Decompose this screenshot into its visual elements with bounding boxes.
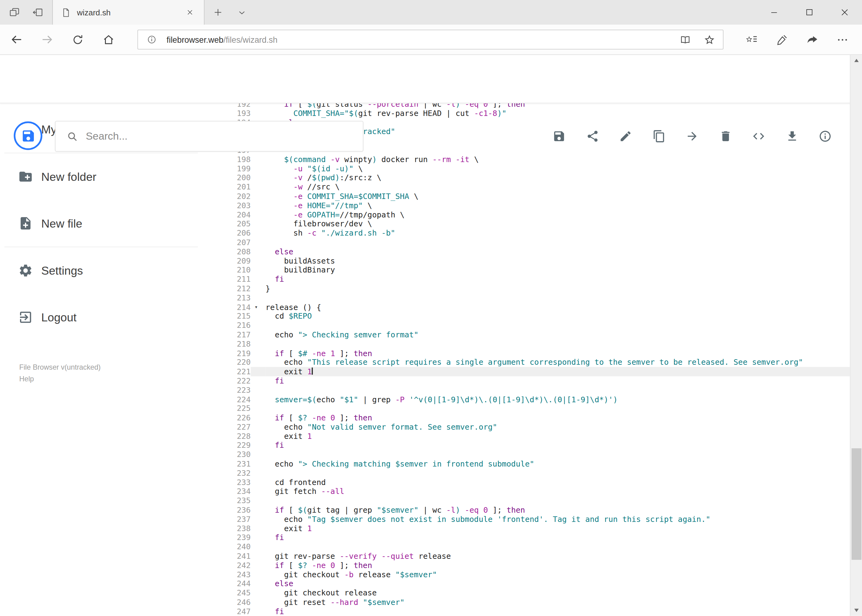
forward-button[interactable] [35, 25, 60, 54]
code-line[interactable]: 208 else [220, 247, 850, 256]
code-line[interactable]: 192 if [ $(git status --porcelain | wc -… [220, 103, 850, 109]
code-line[interactable]: 204 -e GOPATH=//tmp/gopath \ [220, 210, 850, 219]
code-editor[interactable]: 192 if [ $(git status --porcelain | wc -… [220, 103, 850, 616]
code-line[interactable]: 219 if [ $# -ne 1 ]; then [220, 349, 850, 358]
code-line[interactable]: 243 git checkout -b release "$semver" [220, 570, 850, 580]
code-line[interactable]: 244 else [220, 580, 850, 589]
code-line[interactable]: 241 git rev-parse --verify --quiet relea… [220, 552, 850, 561]
more-options-icon[interactable] [827, 25, 857, 55]
scroll-up-icon[interactable] [850, 55, 862, 66]
code-line[interactable]: 212} [220, 284, 850, 293]
save-button[interactable] [552, 130, 566, 143]
code-line[interactable]: 211 fi [220, 275, 850, 284]
home-button[interactable] [96, 25, 121, 54]
favorites-hub-icon[interactable] [737, 25, 767, 55]
code-line[interactable]: 229 fi [220, 441, 850, 450]
site-info-icon[interactable] [143, 31, 160, 48]
code-line[interactable]: 223 [220, 385, 850, 394]
refresh-button[interactable] [65, 25, 90, 54]
code-line[interactable]: 234 git fetch --all [220, 487, 850, 497]
fold-gutter [251, 164, 266, 173]
line-number: 193 [220, 108, 251, 118]
code-line[interactable]: 246 git reset --hard "$semver" [220, 598, 850, 607]
code-line[interactable]: 198 $(command -v winpty) docker run --rm… [220, 155, 850, 164]
code-line[interactable]: 218 [220, 339, 850, 349]
reading-view-icon[interactable] [677, 31, 693, 48]
code-line[interactable]: 239 fi [220, 533, 850, 542]
code-line[interactable]: 202 -e COMMIT_SHA=$COMMIT_SHA \ [220, 192, 850, 201]
edit-button[interactable] [619, 130, 632, 143]
code-line[interactable]: 213 [220, 293, 850, 302]
line-number: 242 [220, 561, 251, 570]
code-line[interactable]: 245 git checkout release [220, 589, 850, 598]
code-line[interactable]: 207 [220, 238, 850, 247]
info-button[interactable] [819, 130, 832, 143]
favorite-star-icon[interactable] [701, 31, 718, 48]
web-note-pen-icon[interactable] [767, 25, 797, 55]
code-line[interactable]: 225 [220, 404, 850, 413]
scroll-down-icon[interactable] [850, 605, 862, 616]
sidebar-item-new-file[interactable]: New file [0, 200, 220, 247]
sidebar-item-new-folder[interactable]: New folder [0, 153, 220, 200]
vertical-scrollbar[interactable] [850, 55, 862, 616]
code-line[interactable]: 240 [220, 542, 850, 552]
close-button[interactable] [827, 0, 862, 25]
new-tab-button[interactable] [207, 0, 229, 25]
code-line[interactable]: 231 echo "> Checking matching $semver in… [220, 459, 850, 469]
share-page-icon[interactable] [797, 25, 827, 55]
code-line[interactable]: 206 sh -c "./wizard.sh -b" [220, 228, 850, 238]
maximize-button[interactable] [791, 0, 827, 25]
code-line[interactable]: 199 -u "$(id -u)" \ [220, 164, 850, 173]
search-input[interactable] [86, 130, 354, 142]
sidebar-item-settings[interactable]: Settings [0, 247, 220, 294]
minimize-button[interactable] [756, 0, 791, 25]
scroll-thumb[interactable] [851, 448, 861, 560]
code-line[interactable]: 209 buildAssets [220, 256, 850, 266]
code-line[interactable]: 203 -e HOME="//tmp" \ [220, 201, 850, 210]
sidebar-item-logout[interactable]: Logout [0, 294, 220, 341]
code-line[interactable]: 221 exit 1 [220, 367, 850, 376]
code-line[interactable]: 228 exit 1 [220, 432, 850, 441]
tab-preview-icon[interactable] [3, 0, 25, 25]
code-line[interactable]: 201 -w //src \ [220, 182, 850, 192]
tabs-set-aside-icon[interactable] [27, 0, 48, 25]
code-line[interactable]: 224 semver=$(echo "$1" | grep -P '^v(0|[… [220, 394, 850, 404]
code-line[interactable]: 236 if [ $(git tag | grep "$semver" | wc… [220, 506, 850, 515]
back-button[interactable] [4, 25, 29, 54]
code-line[interactable]: 222 fi [220, 376, 850, 385]
code-line[interactable]: 220 echo "This release script requires a… [220, 358, 850, 367]
code-line[interactable]: 227 echo "Not valid semver format. See s… [220, 423, 850, 432]
code-line[interactable]: 217 echo "> Checking semver format" [220, 330, 850, 339]
code-line[interactable]: 200 -v /$(pwd):/src:z \ [220, 173, 850, 182]
share-button[interactable] [586, 130, 599, 143]
active-tab[interactable]: wizard.sh [52, 0, 205, 25]
code-area[interactable]: 192 if [ $(git status --porcelain | wc -… [220, 103, 850, 616]
code-line[interactable]: 247 fi [220, 607, 850, 616]
download-button[interactable] [785, 130, 799, 143]
code-line[interactable]: 214▾release () { [220, 302, 850, 311]
move-button[interactable] [686, 130, 699, 143]
tab-close-icon[interactable] [183, 6, 196, 19]
code-view-button[interactable] [752, 130, 765, 143]
code-line[interactable]: 238 exit 1 [220, 524, 850, 533]
fold-marker-icon[interactable]: ▾ [251, 302, 266, 311]
code-line[interactable]: 233 cd frontend [220, 478, 850, 487]
code-line[interactable]: 226 if [ $? -ne 0 ]; then [220, 413, 850, 423]
code-line[interactable]: 235 [220, 497, 850, 506]
code-line[interactable]: 215 cd $REPO [220, 311, 850, 321]
search-box[interactable] [55, 121, 364, 152]
code-text: fi [266, 376, 850, 385]
code-line[interactable]: 205 filebrowser/dev \ [220, 219, 850, 228]
code-line[interactable]: 230 [220, 450, 850, 459]
code-line[interactable]: 216 [220, 321, 850, 330]
help-link[interactable]: Help [19, 373, 101, 385]
address-bar[interactable]: filebrowser.web/files/wizard.sh [137, 30, 723, 49]
code-line[interactable]: 232 [220, 469, 850, 478]
tab-list-chevron-icon[interactable] [231, 0, 253, 25]
code-line[interactable]: 242 if [ $? -ne 0 ]; then [220, 561, 850, 570]
code-line[interactable]: 210 buildBinary [220, 266, 850, 275]
code-line[interactable]: 237 echo "Tag $semver does not exist in … [220, 515, 850, 524]
delete-button[interactable] [719, 130, 732, 143]
code-line[interactable]: 193 COMMIT_SHA="$(git rev-parse HEAD | c… [220, 108, 850, 118]
copy-button[interactable] [652, 130, 666, 143]
